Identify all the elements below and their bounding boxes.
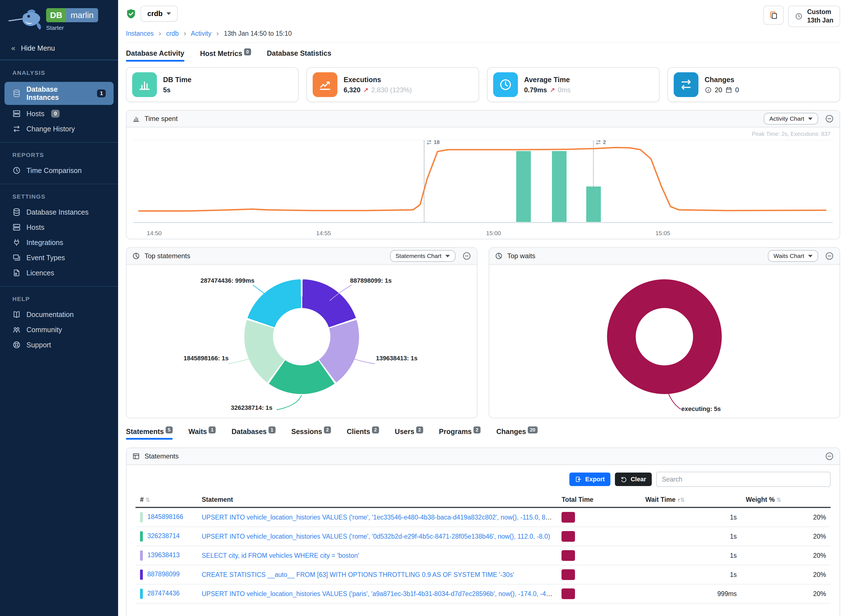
tab[interactable]: Sessions2: [291, 427, 331, 439]
tab[interactable]: Databases1: [231, 427, 276, 439]
sidebar-item-label: Event Types: [27, 254, 65, 262]
statement-row[interactable]: 287474436 UPSERT INTO vehicle_location_h…: [135, 584, 830, 603]
weight-value: 20%: [741, 527, 830, 546]
column-header-total-time[interactable]: Total Time: [557, 493, 641, 508]
sidebar-item-label: Integrations: [27, 239, 63, 247]
statement-id-link[interactable]: 887898099: [147, 571, 180, 578]
kpi-title: DB Time: [163, 76, 191, 84]
sidebar-item-icon: [12, 310, 21, 319]
sidebar-item[interactable]: Time Comparison: [0, 163, 118, 178]
sidebar-item[interactable]: Documentation: [0, 307, 118, 322]
collapse-panel-icon[interactable]: [825, 251, 834, 260]
breadcrumb-separator: ›: [159, 30, 161, 37]
column-header-statement[interactable]: Statement: [197, 493, 557, 508]
panel-title: Top statements: [145, 252, 190, 260]
statements-chart-select[interactable]: Statements Chart: [390, 250, 455, 262]
panel-title: Time spent: [145, 115, 178, 123]
statement-id-link[interactable]: 139638413: [147, 552, 180, 559]
sidebar-item[interactable]: Community: [0, 322, 118, 337]
tab-label: Changes: [496, 427, 526, 435]
clear-button[interactable]: Clear: [615, 472, 652, 486]
hide-menu-button[interactable]: « Hide Menu: [0, 38, 118, 60]
time-range-button[interactable]: Custom 13th Jan: [788, 6, 840, 27]
breadcrumb-link[interactable]: 13th Jan 14:50 to 15:10: [224, 30, 292, 37]
statement-id-link[interactable]: 1845898166: [147, 513, 183, 521]
tab[interactable]: Host Metrics0: [200, 49, 251, 62]
column-header-wait-time[interactable]: Wait Time ↑⇅: [641, 493, 741, 508]
sidebar-item-icon: [12, 341, 21, 349]
sidebar-item[interactable]: Support: [0, 337, 118, 352]
donut-slice-label: executing: 5s: [681, 405, 721, 413]
collapse-panel-icon[interactable]: [825, 114, 834, 123]
breadcrumb-separator: ›: [184, 30, 186, 37]
sidebar-item-label: Community: [27, 326, 62, 334]
statement-row[interactable]: 1845898166 UPSERT INTO vehicle_location_…: [135, 508, 830, 527]
statement-sql-link[interactable]: SELECT city, id FROM vehicles WHERE city…: [202, 552, 359, 559]
sidebar-item[interactable]: Hosts 0: [0, 106, 118, 121]
breadcrumb-link[interactable]: Activity: [191, 30, 211, 37]
tab[interactable]: Database Statistics: [267, 49, 331, 62]
sidebar-item[interactable]: Database Instances 1: [4, 82, 114, 105]
tab-count-badge: 2: [372, 426, 379, 433]
tab[interactable]: Programs2: [439, 427, 480, 439]
tab[interactable]: Database Activity: [126, 49, 184, 62]
statement-id-link[interactable]: 287474436: [147, 590, 180, 597]
search-input[interactable]: [656, 472, 830, 487]
statement-color-swatch: [140, 589, 143, 599]
kpi-card: Changes 20 0: [667, 67, 840, 102]
collapse-panel-icon[interactable]: [825, 452, 834, 461]
collapse-panel-icon[interactable]: [462, 251, 471, 260]
tab[interactable]: Waits1: [188, 427, 216, 439]
copy-button[interactable]: [763, 6, 784, 25]
weight-value: 20%: [741, 508, 830, 527]
kpi-title: Average Time: [524, 76, 571, 84]
changes-count: 20: [715, 86, 722, 94]
statements-donut[interactable]: [244, 279, 359, 394]
breadcrumb-link[interactable]: crdb: [166, 30, 179, 37]
sidebar-item[interactable]: Licences: [0, 265, 118, 281]
tab[interactable]: Clients2: [347, 427, 379, 439]
tab-label: Clients: [347, 427, 370, 435]
statement-sql-link[interactable]: UPSERT INTO vehicle_location_histories V…: [202, 590, 557, 597]
kpi-icon: [674, 72, 698, 97]
instance-selector[interactable]: crdb: [141, 6, 178, 22]
pie-chart-icon: [495, 252, 503, 260]
tab[interactable]: Users2: [395, 427, 423, 439]
sidebar-item[interactable]: Integrations: [0, 235, 118, 250]
sort-asc-icon: ↑: [678, 497, 680, 503]
column-header-weight[interactable]: Weight % ⇅: [741, 493, 830, 508]
count-badge: 0: [51, 110, 60, 117]
tab-label: Waits: [188, 427, 207, 435]
statement-row[interactable]: 139638413 SELECT city, id FROM vehicles …: [135, 546, 830, 565]
chevron-down-icon: [445, 255, 450, 257]
statement-sql-link[interactable]: UPSERT INTO vehicle_location_histories V…: [202, 533, 550, 540]
kpi-card: DB Time 5s: [126, 67, 299, 102]
panel-title: Statements: [145, 452, 179, 460]
statement-sql-link[interactable]: CREATE STATISTICS __auto__ FROM [63] WIT…: [202, 571, 514, 578]
sidebar-item[interactable]: Hosts: [0, 220, 118, 235]
statement-sql-link[interactable]: UPSERT INTO vehicle_location_histories V…: [202, 514, 556, 521]
total-time-bar: [562, 588, 575, 599]
sidebar-item[interactable]: Change History: [0, 121, 118, 137]
tab[interactable]: Changes20: [496, 427, 538, 439]
statement-row[interactable]: 887898099 CREATE STATISTICS __auto__ FRO…: [135, 565, 830, 584]
statement-row[interactable]: 326238714 UPSERT INTO vehicle_location_h…: [135, 527, 830, 546]
waits-chart-select[interactable]: Waits Chart: [768, 250, 818, 262]
export-button[interactable]: Export: [569, 472, 611, 486]
waits-donut[interactable]: [607, 279, 722, 394]
tab[interactable]: Statements5: [126, 427, 173, 439]
delta-up-icon: ↗: [363, 86, 368, 94]
column-header-num[interactable]: # ⇅: [135, 493, 197, 508]
info-icon: [704, 86, 712, 94]
statement-color-swatch: [140, 551, 143, 561]
top-header: crdb Custom 13th Jan: [126, 3, 840, 28]
breadcrumb-link[interactable]: Instances: [126, 30, 154, 37]
wait-time-value: 1s: [641, 527, 741, 546]
sidebar-item[interactable]: Database Instances: [0, 205, 118, 220]
activity-chart-select[interactable]: Activity Chart: [763, 113, 818, 125]
statement-id-link[interactable]: 326238714: [147, 533, 180, 540]
tab-label: Users: [395, 427, 414, 435]
sidebar-item-icon: [12, 269, 21, 277]
sidebar-item[interactable]: Event Types: [0, 250, 118, 265]
sort-icon: ⇅: [680, 497, 685, 503]
